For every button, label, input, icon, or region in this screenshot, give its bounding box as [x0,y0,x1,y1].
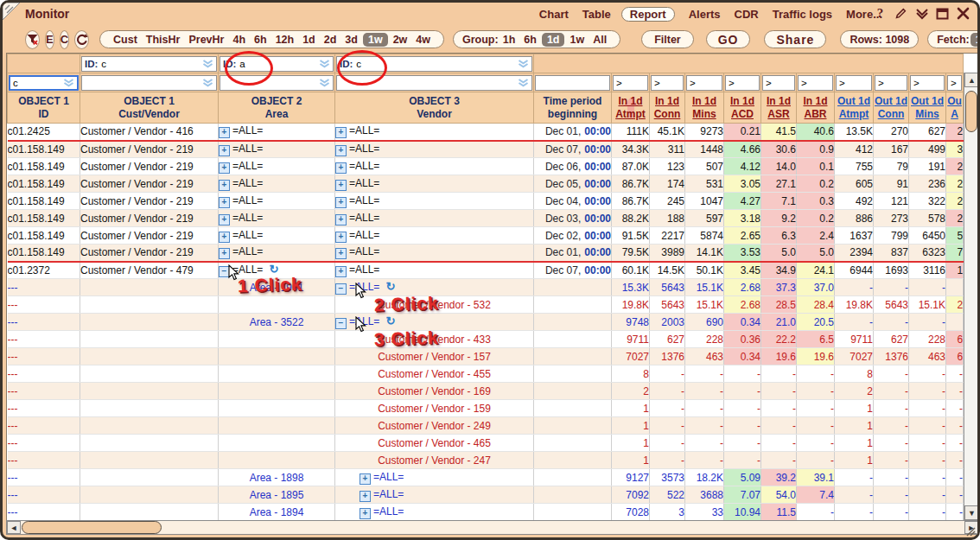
time-range-12h[interactable]: 12h [272,33,298,47]
expand-toggle-icon[interactable]: + [219,248,230,259]
expand-toggle-icon[interactable]: + [219,197,230,208]
cell-vendor[interactable]: Customer / Vendor - 455 [335,365,534,383]
row-refresh-icon[interactable]: ↻ [385,314,395,327]
metric-filter-input[interactable]: > [725,75,760,91]
expand-toggle-icon[interactable]: + [335,248,347,259]
time-range-thishr[interactable]: ThisHr [143,33,184,47]
metric-filter-input[interactable]: > [836,75,872,91]
time-range-2d[interactable]: 2d [321,33,340,47]
group-all[interactable]: All [589,33,610,47]
group-1h[interactable]: 1h [500,33,519,47]
id-filter-input-1[interactable]: ID:c [81,56,217,72]
expand-toggle-icon[interactable]: + [219,127,230,138]
time-range-6h[interactable]: 6h [251,33,270,47]
filter-button[interactable]: Filter [641,30,694,48]
cell-vendor[interactable]: Customer / Vendor - 249 [335,417,534,435]
expand-all-button[interactable]: E [45,30,54,49]
resize-grip-icon[interactable] [964,524,976,537]
dropdown-chevron-icon[interactable] [319,60,330,68]
cell-vendor[interactable]: Customer / Vendor - 532 [335,296,534,314]
expand-toggle-icon[interactable]: + [335,180,347,191]
menu-item-report[interactable]: Report [621,7,675,22]
double-chevron-icon[interactable] [914,6,929,21]
menu-item-chart[interactable]: Chart [539,8,569,21]
time-range-4w[interactable]: 4w [412,33,434,47]
expand-toggle-icon[interactable]: + [335,232,347,243]
vertical-scrollbar[interactable]: ▲ ▼ [964,73,978,520]
collapse-toggle-icon[interactable]: − [335,318,347,329]
horizontal-scroll-thumb[interactable] [22,521,162,534]
metric-filter-input[interactable]: > [875,75,907,91]
dropdown-chevron-icon[interactable] [518,79,529,87]
cell-vendor[interactable]: Customer / Vendor - 159 [335,400,534,417]
share-button[interactable]: Share [764,30,826,48]
expand-toggle-icon[interactable]: + [335,266,347,277]
expand-toggle-icon[interactable]: + [360,508,371,519]
cell-area[interactable]: Area - 1894 [219,504,335,521]
cell-area[interactable]: Area - 1901 [219,279,335,296]
scroll-left-button[interactable]: ◄ [7,521,21,534]
id-filter-input-2[interactable]: ID:a [220,56,334,72]
cell-vendor[interactable]: Customer / Vendor - 169 [335,383,534,400]
collapse-toggle-icon[interactable]: − [335,283,347,295]
menu-item-alerts[interactable]: Alerts [689,8,721,21]
column-filter-input[interactable] [336,75,532,91]
group-6h[interactable]: 6h [520,33,540,47]
scroll-up-button[interactable]: ▲ [964,73,979,87]
metric-filter-input[interactable]: > [947,75,962,91]
time-range-2w[interactable]: 2w [390,33,411,47]
metric-filter-input[interactable]: > [762,75,795,91]
menu-item-table[interactable]: Table [582,8,611,21]
time-range-1w[interactable]: 1w [363,33,388,47]
metric-filter-input[interactable]: > [798,75,833,91]
metric-filter-input[interactable]: > [613,75,648,91]
vertical-scroll-thumb[interactable] [965,91,977,132]
cell-vendor[interactable]: Customer / Vendor - 247 [335,452,534,469]
menu-item-cdr[interactable]: CDR [735,8,759,21]
expand-toggle-icon[interactable]: + [360,473,371,485]
cell-vendor[interactable]: Customer / Vendor - 465 [335,435,534,452]
fetch-1k[interactable]: 1k [970,33,980,47]
expand-toggle-icon[interactable]: + [360,491,371,502]
cell-area[interactable]: Area - 1895 [219,486,335,504]
expand-toggle-icon[interactable]: + [335,197,347,208]
expand-toggle-icon[interactable]: + [335,127,347,138]
dropdown-chevron-icon[interactable] [518,60,529,68]
expand-toggle-icon[interactable]: + [219,214,230,226]
expand-toggle-icon[interactable]: + [335,145,347,156]
expand-toggle-icon[interactable]: + [219,162,230,174]
time-range-4h[interactable]: 4h [229,33,249,47]
horizontal-scrollbar[interactable]: ◄ ► [6,520,979,535]
expand-toggle-icon[interactable]: + [219,180,230,191]
metric-filter-input[interactable]: > [686,75,722,91]
time-range-prevhr[interactable]: PrevHr [185,33,227,47]
dropdown-chevron-icon[interactable] [202,79,213,87]
column-filter-input[interactable] [220,75,334,91]
cell-area[interactable]: Area - 1898 [219,469,335,486]
filter-clear-button[interactable] [25,30,40,49]
menu-item-traffic-logs[interactable]: Traffic logs [773,8,832,21]
cell-vendor[interactable]: Customer / Vendor - 433 [335,331,534,348]
row-refresh-icon[interactable]: ↻ [269,263,278,276]
collapse-toggle-icon[interactable]: − [219,266,230,277]
metric-filter-input[interactable]: > [651,75,684,91]
time-range-3d[interactable]: 3d [341,33,361,47]
dropdown-chevron-icon[interactable] [319,79,330,87]
time-filter-input[interactable] [535,75,610,91]
close-icon[interactable] [956,6,970,21]
id-filter-input-3[interactable]: ID:c [336,56,532,72]
refresh-button[interactable] [74,30,89,49]
metric-filter-input[interactable]: > [910,75,945,91]
group-1w[interactable]: 1w [566,33,588,47]
help-icon[interactable]: ? [873,6,888,21]
dropdown-chevron-icon[interactable] [202,60,213,68]
go-button[interactable]: GO [706,30,751,48]
maximize-window-icon[interactable] [935,6,950,21]
dropdown-chevron-icon[interactable] [63,79,74,87]
expand-toggle-icon[interactable]: + [335,162,347,174]
expand-toggle-icon[interactable]: + [219,232,230,243]
time-range-cust[interactable]: Cust [110,33,141,47]
time-range-1d[interactable]: 1d [299,33,319,47]
cell-vendor[interactable]: Customer / Vendor - 157 [335,348,534,365]
scroll-down-button[interactable]: ▼ [964,505,979,520]
